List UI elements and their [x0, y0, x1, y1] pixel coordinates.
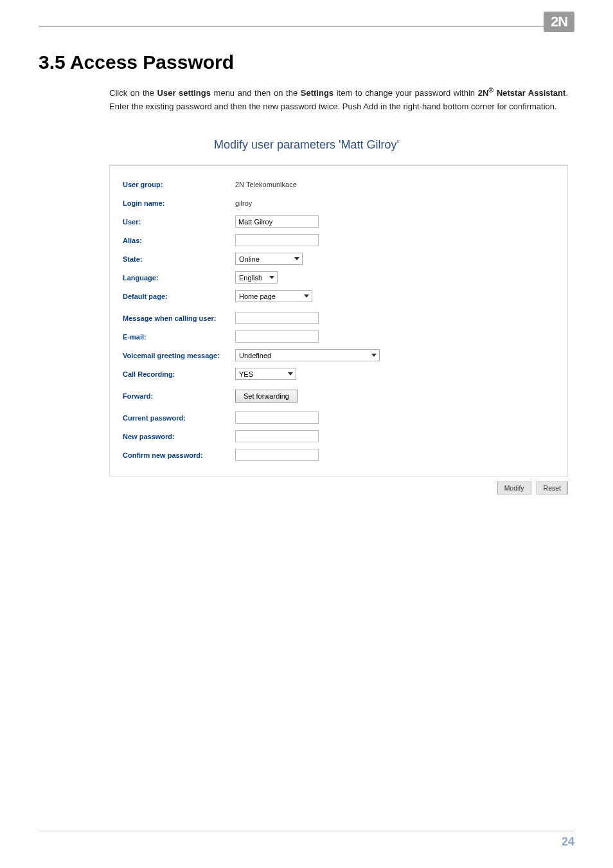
- voicemail-greeting-select[interactable]: Undefined: [235, 349, 380, 361]
- dropdown-icon: [269, 276, 274, 279]
- dropdown-icon: [294, 257, 299, 260]
- language-select[interactable]: English: [235, 271, 278, 284]
- intro-text: menu and then on the: [211, 88, 301, 98]
- email-input[interactable]: [235, 330, 319, 343]
- row-voicemail-greeting: Voicemail greeting message: Undefined: [123, 348, 555, 363]
- label-email: E-mail:: [123, 333, 235, 341]
- top-divider: [39, 26, 574, 27]
- row-confirm-password: Confirm new password:: [123, 448, 555, 462]
- label-new-password: New password:: [123, 433, 235, 440]
- intro-bold-product: 2N® Netstar Assistant: [478, 88, 566, 98]
- row-language: Language: English: [123, 271, 555, 285]
- section-heading: 3.5 Access Password: [39, 51, 574, 73]
- state-select-value: Online: [239, 255, 260, 263]
- row-email: E-mail:: [123, 330, 555, 344]
- panel-title: Modify user parameters 'Matt Gilroy': [39, 138, 574, 152]
- label-state: State:: [123, 255, 235, 263]
- label-login-name: Login name:: [123, 199, 235, 207]
- modify-button[interactable]: Modify: [497, 482, 531, 494]
- current-password-input[interactable]: [235, 411, 319, 424]
- row-call-recording: Call Recording: YES: [123, 367, 555, 381]
- dropdown-icon: [288, 372, 293, 375]
- new-password-input[interactable]: [235, 430, 319, 442]
- label-alias: Alias:: [123, 237, 235, 244]
- row-current-password: Current password:: [123, 411, 555, 425]
- label-call-recording: Call Recording:: [123, 370, 235, 378]
- row-message-calling: Message when calling user:: [123, 311, 555, 325]
- label-user: User:: [123, 218, 235, 226]
- label-user-group: User group:: [123, 181, 235, 188]
- language-select-value: English: [239, 274, 262, 282]
- brand-logo: 2N: [544, 12, 574, 32]
- default-page-select[interactable]: Home page: [235, 290, 312, 302]
- dropdown-icon: [304, 294, 309, 298]
- row-alias: Alias:: [123, 233, 555, 248]
- dropdown-icon: [371, 354, 377, 357]
- alias-input[interactable]: [235, 234, 319, 246]
- state-select[interactable]: Online: [235, 253, 303, 265]
- row-login-name: Login name: gilroy: [123, 196, 555, 210]
- call-recording-select[interactable]: YES: [235, 368, 296, 380]
- bottom-divider: [39, 831, 574, 831]
- intro-text: Click on the: [109, 88, 157, 98]
- label-forward: Forward:: [123, 392, 235, 400]
- intro-text: item to change your password within: [333, 88, 478, 98]
- label-current-password: Current password:: [123, 414, 235, 422]
- page-number: 24: [39, 835, 574, 849]
- row-new-password: New password:: [123, 429, 555, 444]
- user-input[interactable]: [235, 215, 319, 228]
- value-login-name: gilroy: [235, 199, 252, 207]
- label-default-page: Default page:: [123, 293, 235, 300]
- confirm-password-input[interactable]: [235, 449, 319, 461]
- form-footer-buttons: Modify Reset: [109, 482, 568, 494]
- label-language: Language:: [123, 274, 235, 282]
- intro-bold-settings: Settings: [301, 88, 333, 98]
- message-calling-input[interactable]: [235, 312, 319, 324]
- row-user: User:: [123, 215, 555, 229]
- label-voicemail-greeting: Voicemail greeting message:: [123, 352, 235, 359]
- intro-paragraph: Click on the User settings menu and then…: [109, 85, 568, 114]
- user-parameters-form: User group: 2N Telekomunikace Login name…: [109, 165, 568, 476]
- set-forwarding-button[interactable]: Set forwarding: [235, 390, 298, 402]
- intro-bold-user-settings: User settings: [157, 88, 211, 98]
- row-state: State: Online: [123, 252, 555, 266]
- row-user-group: User group: 2N Telekomunikace: [123, 177, 555, 192]
- row-default-page: Default page: Home page: [123, 289, 555, 303]
- default-page-select-value: Home page: [239, 293, 276, 300]
- value-user-group: 2N Telekomunikace: [235, 181, 297, 188]
- label-message-calling: Message when calling user:: [123, 314, 235, 322]
- row-forward: Forward: Set forwarding: [123, 389, 555, 403]
- label-confirm-password: Confirm new password:: [123, 451, 235, 459]
- call-recording-value: YES: [239, 370, 253, 378]
- voicemail-greeting-value: Undefined: [239, 352, 271, 359]
- reset-button[interactable]: Reset: [537, 482, 568, 494]
